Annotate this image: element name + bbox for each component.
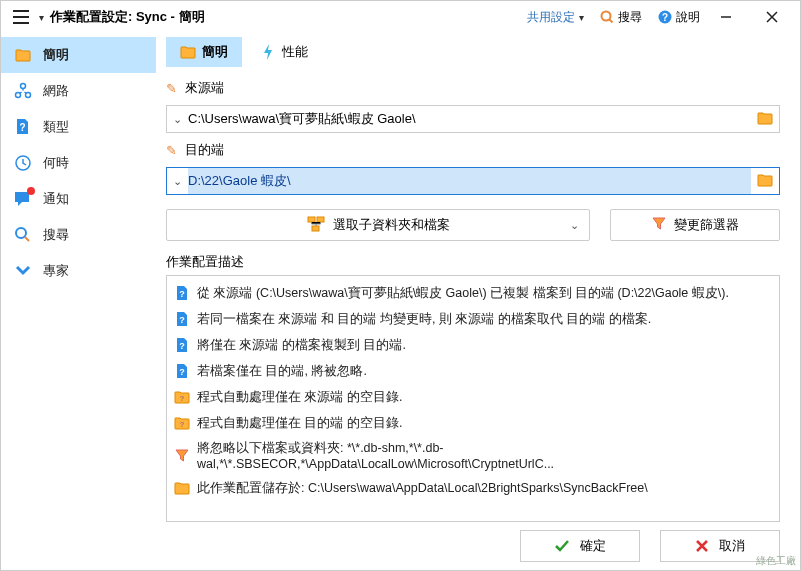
share-settings-dropdown[interactable]: 共用設定 ▾ [527, 9, 584, 26]
source-label-row: ✎ 來源端 [156, 75, 790, 101]
choose-subfolders-button[interactable]: 選取子資料夾和檔案 ⌄ [166, 209, 590, 241]
funnel-icon [173, 447, 191, 465]
chevron-down-icon [13, 261, 33, 281]
network-icon [13, 81, 33, 101]
sidebar-item-label: 通知 [43, 190, 69, 208]
close-icon [766, 11, 778, 23]
sidebar: 簡明 網路 ? 類型 何時 通知 搜尋 專家 [1, 33, 156, 522]
folder-question-icon: ? [173, 414, 191, 432]
source-path-row[interactable]: ⌄ [166, 105, 780, 133]
pencil-icon[interactable]: ✎ [166, 143, 177, 158]
sidebar-item-network[interactable]: 網路 [1, 73, 156, 109]
search-button[interactable]: 搜尋 [600, 9, 642, 26]
desc-line: 將忽略以下檔案或資料夾: *\*.db-shm,*\*.db-wal,*\*.S… [171, 436, 775, 475]
svg-point-3 [21, 84, 26, 89]
svg-text:?: ? [179, 341, 185, 351]
svg-text:?: ? [180, 394, 185, 403]
help-button[interactable]: ? 說明 [658, 9, 700, 26]
check-icon [554, 539, 570, 553]
sidebar-item-summary[interactable]: 簡明 [1, 37, 156, 73]
svg-text:?: ? [180, 420, 185, 429]
chevron-down-icon[interactable]: ▾ [39, 12, 44, 23]
sidebar-item-label: 類型 [43, 118, 69, 136]
desc-line: ?若同一檔案在 來源端 和 目的端 均變更時, 則 來源端 的檔案取代 目的端 … [171, 306, 775, 332]
sidebar-item-label: 搜尋 [43, 226, 69, 244]
chevron-down-icon[interactable]: ⌄ [173, 113, 182, 126]
desc-line: 此作業配置儲存於: C:\Users\wawa\AppData\Local\2B… [171, 475, 775, 501]
chevron-down-icon[interactable]: ⌄ [173, 175, 182, 188]
dest-path-row[interactable]: ⌄ [166, 167, 780, 195]
svg-text:?: ? [19, 122, 25, 133]
svg-rect-11 [312, 226, 319, 231]
folder-icon [173, 479, 191, 497]
cancel-label: 取消 [719, 537, 745, 555]
notify-icon [13, 189, 33, 209]
sidebar-item-label: 網路 [43, 82, 69, 100]
watermark: 綠色工廠 [756, 554, 796, 568]
file-question-icon: ? [173, 336, 191, 354]
lightning-icon [260, 44, 276, 60]
menu-button[interactable] [9, 5, 33, 29]
sidebar-item-type[interactable]: ? 類型 [1, 109, 156, 145]
svg-point-0 [602, 12, 611, 21]
folder-icon [13, 45, 33, 65]
sidebar-item-expert[interactable]: 專家 [1, 253, 156, 289]
content-area: 簡明 性能 ✎ 來源端 ⌄ ✎ 目的端 ⌄ [156, 33, 800, 522]
description-label: 作業配置描述 [156, 247, 790, 275]
tab-label: 性能 [282, 43, 308, 61]
change-filter-button[interactable]: 變更篩選器 [610, 209, 780, 241]
desc-line: ?從 來源端 (C:\Users\wawa\寶可夢貼紙\蝦皮 Gaole\) 已… [171, 280, 775, 306]
titlebar: ▾ 作業配置設定: Sync - 簡明 共用設定 ▾ 搜尋 ? 說明 [1, 1, 800, 33]
file-question-icon: ? [173, 362, 191, 380]
dest-label: 目的端 [185, 141, 224, 159]
ok-label: 確定 [580, 537, 606, 555]
desc-line: ?程式自動處理僅在 來源端 的空目錄. [171, 384, 775, 410]
svg-text:?: ? [179, 289, 185, 299]
minimize-button[interactable] [706, 1, 746, 33]
filter-label: 變更篩選器 [674, 216, 739, 234]
search-icon [13, 225, 33, 245]
tree-icon [307, 216, 325, 235]
pencil-icon[interactable]: ✎ [166, 81, 177, 96]
source-path-input[interactable] [188, 106, 751, 132]
file-question-icon: ? [13, 117, 33, 137]
search-icon [600, 10, 614, 24]
minimize-icon [720, 11, 732, 23]
window-title: 作業配置設定: Sync - 簡明 [50, 8, 205, 26]
desc-line: ?程式自動處理僅在 目的端 的空目錄. [171, 410, 775, 436]
sidebar-item-label: 簡明 [43, 46, 69, 64]
clock-icon [13, 153, 33, 173]
help-label: 說明 [676, 9, 700, 26]
sidebar-item-label: 何時 [43, 154, 69, 172]
funnel-icon [652, 217, 666, 234]
folder-icon[interactable] [757, 111, 773, 128]
dest-path-input[interactable] [188, 168, 751, 194]
sidebar-item-notify[interactable]: 通知 [1, 181, 156, 217]
tab-bar: 簡明 性能 [156, 37, 790, 75]
folder-question-icon: ? [173, 388, 191, 406]
svg-text:?: ? [662, 12, 668, 23]
search-label: 搜尋 [618, 9, 642, 26]
dest-label-row: ✎ 目的端 [156, 137, 790, 163]
tab-label: 簡明 [202, 43, 228, 61]
footer: 確定 取消 [1, 522, 800, 570]
sidebar-item-label: 專家 [43, 262, 69, 280]
folder-icon[interactable] [757, 173, 773, 190]
tab-performance[interactable]: 性能 [246, 37, 322, 67]
tab-summary[interactable]: 簡明 [166, 37, 242, 67]
help-icon: ? [658, 10, 672, 24]
desc-line: ?若檔案僅在 目的端, 將被忽略. [171, 358, 775, 384]
ok-button[interactable]: 確定 [520, 530, 640, 562]
description-box: ?從 來源端 (C:\Users\wawa\寶可夢貼紙\蝦皮 Gaole\) 已… [166, 275, 780, 522]
sidebar-item-search[interactable]: 搜尋 [1, 217, 156, 253]
file-question-icon: ? [173, 284, 191, 302]
choose-label: 選取子資料夾和檔案 [333, 216, 450, 234]
chevron-down-icon[interactable]: ⌄ [570, 219, 579, 232]
sidebar-item-when[interactable]: 何時 [1, 145, 156, 181]
desc-line: ?將僅在 來源端 的檔案複製到 目的端. [171, 332, 775, 358]
chevron-down-icon: ▾ [579, 12, 584, 23]
svg-rect-10 [317, 217, 324, 222]
close-button[interactable] [752, 1, 792, 33]
svg-text:?: ? [179, 315, 185, 325]
svg-rect-9 [308, 217, 315, 222]
